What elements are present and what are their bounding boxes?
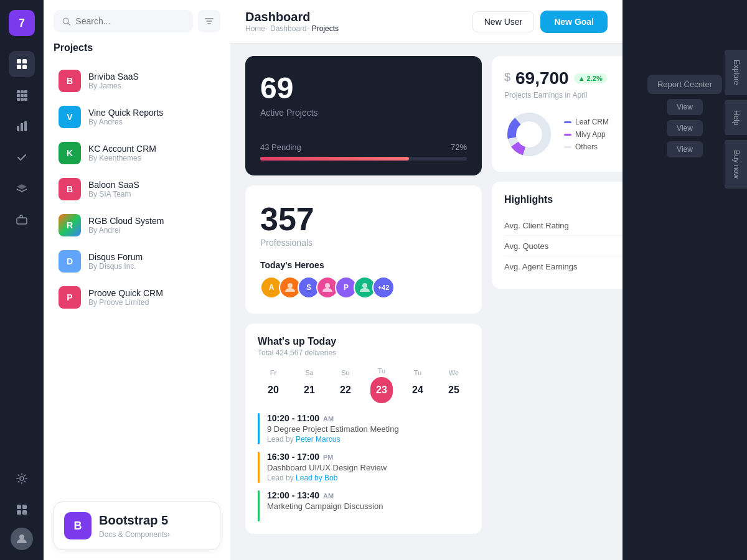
project-item[interactable]: P Proove Quick CRM By Proove Limited [54, 280, 220, 315]
calendar-section: What's up Today Total 424,567 deliveries… [245, 324, 482, 534]
right-sidebar: Explore Help Buy now Report Cecnter View… [622, 0, 747, 560]
sidebar-icon-layers[interactable] [9, 175, 35, 202]
view-button-1[interactable]: View [667, 99, 703, 115]
svg-point-31 [362, 283, 367, 288]
user-profile-avatar[interactable] [11, 528, 33, 550]
view-button-2[interactable]: View [667, 120, 703, 136]
project-list: B Briviba SaaS By James V Vine Quick Rep… [54, 63, 220, 315]
project-item[interactable]: D Disqus Forum By Disqus Inc. [54, 244, 220, 279]
svg-rect-11 [21, 98, 24, 101]
svg-rect-20 [22, 505, 27, 509]
earnings-badge: ▲ 2.2% [574, 73, 607, 83]
svg-rect-9 [24, 94, 27, 97]
active-projects-count: 69 [260, 71, 467, 105]
svg-point-18 [20, 477, 24, 480]
event-time: 10:20 - 11:00 AM [267, 413, 469, 423]
active-projects-card: 69 Active Projects 43 Pending 72% [245, 56, 482, 175]
project-icon: B [59, 178, 81, 200]
event-time: 16:30 - 17:00 PM [267, 452, 469, 462]
legend-dot [564, 146, 571, 148]
whatsup-title: What's up Today [258, 336, 469, 347]
day-item[interactable]: Fr 20 [258, 369, 289, 401]
help-tab[interactable]: Help [725, 100, 747, 136]
legend-dot [564, 134, 571, 136]
event-item: 12:00 - 13:40 AM Marketing Campaign Disc… [258, 490, 469, 521]
project-by: By Keenthemes [88, 154, 215, 162]
project-item[interactable]: B Briviba SaaS By James [54, 63, 220, 98]
highlights-title: Highlights [504, 194, 622, 205]
sidebar-icon-check[interactable] [9, 144, 35, 170]
svg-rect-4 [17, 90, 20, 93]
event-border [258, 413, 260, 444]
sidebar-icon-grid-small[interactable] [9, 497, 35, 523]
day-item-active[interactable]: Tu 23 [366, 367, 397, 403]
event-person-link[interactable]: Peter Marcus [296, 435, 340, 444]
report-center-button[interactable]: Report Cecnter [647, 75, 722, 94]
chevron-right-icon: › [167, 530, 170, 539]
search-bar[interactable] [54, 10, 193, 32]
new-goal-button[interactable]: New Goal [540, 11, 608, 33]
svg-point-29 [288, 283, 293, 288]
progress-bar-bg [260, 157, 467, 161]
day-item[interactable]: Su 22 [330, 369, 361, 401]
svg-rect-15 [24, 121, 27, 131]
view-button-3[interactable]: View [667, 141, 703, 157]
event-lead: Lead by Peter Marcus [267, 435, 469, 444]
project-name: RGB Cloud System [88, 216, 215, 226]
project-item[interactable]: R RGB Cloud System By Andrei [54, 208, 220, 243]
filter-button[interactable] [198, 10, 220, 32]
search-icon [62, 17, 70, 26]
svg-rect-0 [17, 59, 21, 63]
sidebar-icon-grid[interactable] [9, 82, 35, 108]
event-person-link[interactable]: Lead by Bob [296, 474, 337, 482]
project-name: Baloon SaaS [88, 180, 215, 190]
user-avatar[interactable]: 7 [9, 10, 35, 36]
project-icon: R [59, 214, 81, 236]
docs-label: Docs & Components [99, 530, 167, 539]
search-input[interactable] [75, 16, 184, 26]
event-border [258, 490, 260, 521]
sidebar-icon-settings[interactable] [9, 465, 35, 492]
new-user-button[interactable]: New User [472, 11, 534, 32]
svg-rect-3 [22, 65, 27, 69]
project-name: Vine Quick Reports [88, 108, 215, 118]
search-row [54, 10, 220, 32]
legend-dot [564, 121, 571, 123]
progress-pct: 72% [451, 142, 467, 152]
project-item[interactable]: V Vine Quick Reports By Andres [54, 100, 220, 134]
docs-row[interactable]: Docs & Components › [99, 528, 170, 539]
project-icon: V [59, 106, 81, 128]
earnings-dollar: $ [504, 71, 510, 84]
sidebar-icon-dashboard[interactable] [9, 51, 35, 77]
svg-rect-19 [17, 505, 21, 509]
project-name: Disqus Forum [88, 252, 215, 262]
svg-rect-7 [17, 94, 20, 97]
project-name: Proove Quick CRM [88, 288, 215, 298]
projects-title: Projects [54, 40, 220, 56]
day-item[interactable]: We 25 [438, 369, 469, 401]
day-item[interactable]: Sa 21 [294, 369, 325, 401]
legend-item: Leaf CRM $7,660 [564, 118, 622, 126]
active-projects-label: Active Projects [260, 108, 467, 118]
day-item[interactable]: Tu 24 [402, 369, 433, 401]
bootstrap-card[interactable]: B Bootstrap 5 Docs & Components › [54, 502, 220, 550]
project-item[interactable]: K KC Account CRM By Keenthemes [54, 136, 220, 170]
svg-rect-17 [17, 218, 27, 224]
explore-tab[interactable]: Explore [725, 50, 747, 95]
left-panel: Projects B Briviba SaaS By James V Vine … [44, 0, 230, 560]
project-by: By James [88, 82, 215, 90]
left-column: 69 Active Projects 43 Pending 72% 357 Pr… [245, 56, 482, 548]
highlight-row: Avg. Client Rating ↗ 7.8 10 [504, 215, 622, 236]
sidebar-icon-chart[interactable] [9, 113, 35, 139]
sidebar-icon-briefcase[interactable] [9, 207, 35, 233]
buy-now-tab[interactable]: Buy now [725, 140, 747, 189]
event-border [258, 452, 260, 483]
project-item[interactable]: B Baloon SaaS By SIA Team [54, 172, 220, 207]
donut-legend: Leaf CRM $7,660 Mivy App $2,820 Others $… [564, 118, 622, 151]
event-title: Marketing Campaign Discussion [267, 502, 469, 511]
project-icon: K [59, 142, 81, 164]
avatar-more: +42 [372, 276, 395, 299]
legend-item: Others $45,257 [564, 142, 622, 151]
svg-rect-10 [17, 98, 20, 101]
earnings-amount: 69,700 [515, 68, 569, 88]
